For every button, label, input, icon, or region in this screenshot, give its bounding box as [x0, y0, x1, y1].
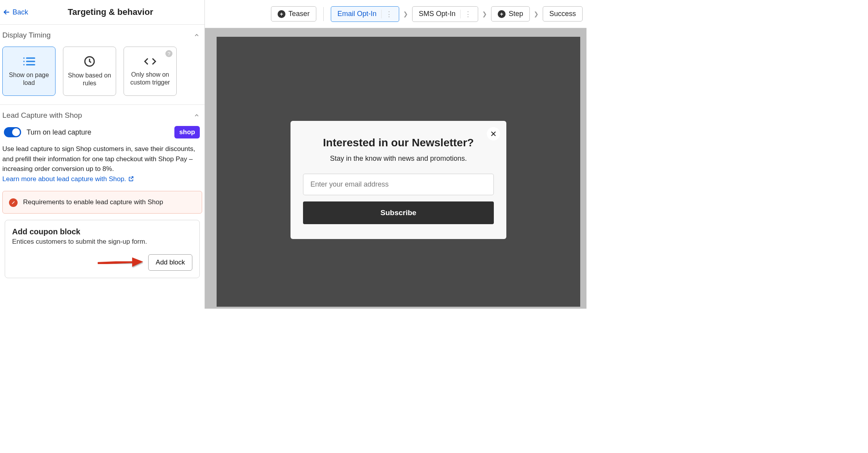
newsletter-popup: Interested in our Newsletter? Stay in th… — [291, 121, 506, 239]
help-icon[interactable]: ? — [165, 50, 172, 57]
alert-text: Requirements to enable lead capture with… — [23, 198, 163, 207]
svg-point-0 — [23, 58, 25, 59]
learn-more-text: Learn more about lead capture with Shop. — [2, 174, 126, 184]
step-label: SMS Opt-In — [419, 10, 456, 18]
back-label: Back — [13, 8, 28, 16]
preview-backdrop: Interested in our Newsletter? Stay in th… — [217, 37, 580, 307]
plus-circle-icon: + — [278, 10, 285, 18]
kebab-icon[interactable]: ⋮ — [460, 10, 472, 18]
svg-line-7 — [12, 201, 14, 204]
preview-area: + Teaser Email Opt-In ⋮ ❯ SMS Opt-In ⋮ ❯… — [205, 0, 586, 309]
arrow-left-icon — [2, 8, 11, 16]
popup-title: Interested in our Newsletter? — [303, 137, 494, 149]
chevron-right-icon: ❯ — [403, 11, 408, 18]
coupon-title: Add coupon block — [12, 227, 192, 236]
step-teaser[interactable]: + Teaser — [271, 6, 316, 22]
annotation-arrow-icon — [96, 257, 143, 269]
plus-circle-icon: + — [498, 10, 506, 18]
step-add-step[interactable]: + Step — [491, 6, 530, 22]
chevron-right-icon: ❯ — [534, 11, 539, 18]
section-title: Lead Capture with Shop — [2, 111, 82, 120]
step-label: Success — [549, 10, 576, 18]
timing-option-rules[interactable]: Show based on rules — [63, 47, 116, 96]
section-header-display-timing[interactable]: Display Timing — [2, 31, 202, 44]
stepper-bar: + Teaser Email Opt-In ⋮ ❯ SMS Opt-In ⋮ ❯… — [205, 0, 586, 28]
step-label: Teaser — [289, 10, 310, 18]
list-icon — [22, 56, 36, 67]
section-lead-capture: Lead Capture with Shop Turn on lead capt… — [0, 105, 204, 284]
close-button[interactable] — [487, 127, 500, 140]
svg-point-2 — [23, 61, 25, 62]
step-sms-optin[interactable]: SMS Opt-In ⋮ — [412, 6, 478, 22]
settings-sidebar: Back Targeting & behavior Display Timing… — [0, 0, 205, 309]
alert-icon — [9, 198, 18, 207]
page-title: Targeting & behavior — [38, 7, 183, 17]
step-label: Step — [509, 10, 523, 18]
clock-icon — [83, 55, 96, 68]
subscribe-button[interactable]: Subscribe — [303, 201, 494, 224]
coupon-card: Add coupon block Entices customers to su… — [5, 220, 200, 278]
stepper-divider — [323, 7, 324, 21]
kebab-icon[interactable]: ⋮ — [381, 10, 393, 18]
chevron-right-icon: ❯ — [482, 11, 487, 18]
lead-capture-toggle-label: Turn on lead capture — [27, 128, 169, 137]
code-icon — [143, 56, 157, 67]
timing-option-page-load[interactable]: Show on page load — [2, 47, 56, 96]
coupon-description: Entices customers to submit the sign-up … — [12, 238, 192, 246]
learn-more-link[interactable]: Learn more about lead capture with Shop. — [2, 174, 134, 184]
step-label: Email Opt-In — [337, 10, 377, 18]
back-button[interactable]: Back — [2, 8, 28, 16]
chevron-up-icon — [194, 32, 200, 38]
step-email-optin[interactable]: Email Opt-In ⋮ — [331, 6, 399, 22]
timing-label: Show on page load — [5, 71, 53, 87]
timing-option-custom-trigger[interactable]: ? Only show on custom trigger — [124, 47, 177, 96]
preview-canvas: Interested in our Newsletter? Stay in th… — [205, 28, 586, 309]
svg-point-4 — [23, 64, 25, 65]
section-title: Display Timing — [2, 31, 51, 40]
chevron-up-icon — [194, 112, 200, 119]
section-header-lead-capture[interactable]: Lead Capture with Shop — [2, 111, 202, 124]
external-link-icon — [128, 176, 134, 182]
sidebar-header: Back Targeting & behavior — [0, 0, 204, 25]
timing-label: Only show on custom trigger — [126, 71, 174, 86]
lead-capture-toggle[interactable] — [4, 127, 21, 137]
shop-badge: shop — [174, 126, 200, 138]
popup-subtitle: Stay in the know with news and promotion… — [303, 155, 494, 163]
email-input[interactable] — [303, 174, 494, 195]
step-success[interactable]: Success — [543, 6, 583, 22]
requirements-alert[interactable]: Requirements to enable lead capture with… — [2, 191, 202, 214]
close-icon — [490, 130, 497, 137]
timing-label: Show based on rules — [66, 72, 113, 87]
svg-line-8 — [98, 262, 134, 263]
add-block-button[interactable]: Add block — [148, 254, 192, 271]
svg-marker-9 — [132, 257, 143, 267]
section-display-timing: Display Timing Show on page load Show ba… — [0, 25, 204, 105]
lead-capture-description-text: Use lead capture to sign Shop customers … — [2, 145, 195, 173]
lead-capture-description: Use lead capture to sign Shop customers … — [2, 144, 202, 186]
